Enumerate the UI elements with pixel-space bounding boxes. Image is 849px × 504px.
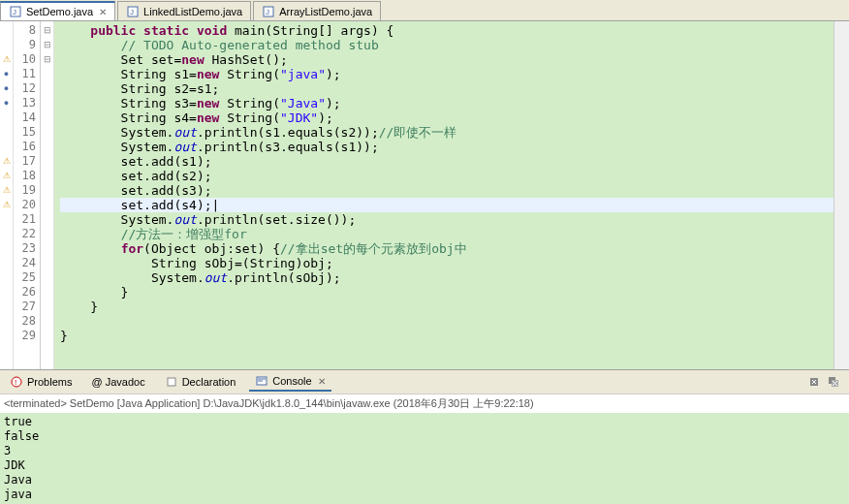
breakpoint-marker[interactable]: ● (0, 96, 13, 110)
console-icon (255, 374, 268, 388)
warning-marker[interactable]: ⚠ (0, 52, 13, 67)
warning-marker[interactable]: ⚠ (0, 198, 13, 212)
code-line[interactable]: Set set=new HashSet(); (60, 52, 833, 67)
code-line[interactable]: System.out.println(s3.equals(s1)); (60, 140, 833, 154)
code-line[interactable] (60, 314, 833, 329)
line-number: 19 (14, 183, 36, 198)
code-line[interactable]: set.add(s1); (60, 154, 833, 169)
declaration-icon (165, 375, 178, 389)
marker-empty (0, 23, 13, 38)
warning-marker[interactable]: ⚠ (0, 169, 13, 183)
line-number: 16 (14, 140, 36, 154)
fold-toggle-icon[interactable]: ⊟ (41, 23, 53, 38)
console-line: Java (4, 473, 845, 488)
warning-marker[interactable]: ⚠ (0, 183, 13, 198)
code-line[interactable]: set.add(s3); (60, 183, 833, 198)
fold-toggle-icon[interactable]: ⊟ (41, 52, 53, 67)
line-number: 13 (14, 96, 36, 110)
line-number: 9 (14, 38, 36, 52)
line-number: 18 (14, 169, 36, 183)
btab-label: Declaration (182, 376, 236, 388)
line-number: 12 (14, 81, 36, 96)
code-line[interactable]: System.out.println(sObj); (60, 270, 833, 285)
code-line[interactable]: String s3=new String("Java"); (60, 96, 833, 110)
svg-rect-8 (168, 378, 175, 386)
code-line[interactable]: //方法一：增强型for (60, 227, 833, 241)
remove-all-icon[interactable] (826, 374, 841, 390)
tab-javadoc[interactable]: @ Javadoc (85, 374, 150, 390)
close-icon[interactable]: ✕ (318, 376, 326, 387)
tab-label: ArrayListDemo.java (279, 6, 372, 17)
line-number: 17 (14, 154, 36, 169)
code-line[interactable]: String s4=new String("JDK"); (60, 110, 833, 125)
console-line: JDK (4, 458, 845, 473)
line-number: 23 (14, 241, 36, 256)
line-number: 27 (14, 299, 36, 314)
line-number: 11 (14, 67, 36, 81)
tab-declaration[interactable]: Declaration (159, 373, 242, 391)
code-line[interactable]: } (60, 285, 833, 299)
line-number: 28 (14, 314, 36, 329)
code-line[interactable]: set.add(s4);| (60, 198, 833, 212)
code-editor: ⚠●●●⚠⚠⚠⚠ 8910111213141516171819202122232… (0, 21, 849, 370)
vertical-scrollbar[interactable] (833, 21, 849, 369)
code-line[interactable]: System.out.println(s1.equals(s2));//即使不一… (60, 125, 833, 140)
svg-text:J: J (266, 8, 269, 16)
marker-empty (0, 125, 13, 140)
code-line[interactable]: String s2=s1; (60, 81, 833, 96)
breakpoint-marker[interactable]: ● (0, 67, 13, 81)
console-toolbar (806, 374, 845, 390)
line-number: 22 (14, 227, 36, 241)
code-line[interactable]: String s1=new String("java"); (60, 67, 833, 81)
marker-empty (0, 38, 13, 52)
marker-empty (0, 256, 13, 270)
marker-empty (0, 285, 13, 299)
tab-label: SetDemo.java (26, 6, 93, 17)
console-line: false (4, 429, 845, 444)
svg-text:!: ! (15, 378, 16, 387)
btab-label: Console (272, 375, 311, 387)
tab-problems[interactable]: ! Problems (4, 373, 78, 391)
remove-launch-icon[interactable] (806, 374, 822, 390)
marker-empty (0, 227, 13, 241)
code-line[interactable]: System.out.println(set.size()); (60, 212, 833, 227)
code-line[interactable]: String sObj=(String)obj; (60, 256, 833, 270)
bottom-panel: ! Problems @ Javadoc Declaration Console… (0, 370, 849, 504)
tab-arraylistdemo[interactable]: J ArrayListDemo.java (253, 1, 381, 20)
code-line[interactable]: set.add(s2); (60, 169, 833, 183)
code-area[interactable]: public static void main(String[] args) {… (54, 21, 833, 369)
btab-label: @ Javadoc (91, 376, 144, 388)
tab-linkedlistdemo[interactable]: J LinkedListDemo.java (117, 1, 251, 20)
tab-setdemo[interactable]: J SetDemo.java ✕ (0, 1, 115, 20)
breakpoint-marker[interactable]: ● (0, 81, 13, 96)
fold-toggle-icon[interactable]: ⊟ (41, 38, 53, 52)
marker-empty (0, 212, 13, 227)
tab-console[interactable]: Console ✕ (249, 372, 330, 392)
warning-marker[interactable]: ⚠ (0, 154, 13, 169)
close-icon[interactable]: ✕ (99, 7, 107, 17)
marker-empty (0, 314, 13, 329)
btab-label: Problems (27, 376, 72, 388)
line-number: 29 (14, 329, 36, 343)
line-number: 14 (14, 110, 36, 125)
line-number: 10 (14, 52, 36, 67)
code-line[interactable]: for(Object obj:set) {//拿出set的每个元素放到obj中 (60, 241, 833, 256)
marker-empty (0, 299, 13, 314)
line-number: 25 (14, 270, 36, 285)
problems-icon: ! (10, 375, 23, 389)
java-file-icon: J (9, 5, 22, 18)
terminated-line: <terminated> SetDemo [Java Application] … (0, 394, 849, 413)
line-number: 20 (14, 198, 36, 212)
code-line[interactable]: public static void main(String[] args) { (60, 23, 833, 38)
code-line[interactable]: } (60, 329, 833, 343)
console-output[interactable]: truefalse3JDKJavajava (0, 413, 849, 504)
tab-label: LinkedListDemo.java (143, 6, 242, 17)
java-file-icon: J (262, 5, 275, 18)
console-line: 3 (4, 444, 845, 458)
code-line[interactable]: } (60, 299, 833, 314)
code-line[interactable]: // TODO Auto-generated method stub (60, 38, 833, 52)
marker-empty (0, 140, 13, 154)
marker-column: ⚠●●●⚠⚠⚠⚠ (0, 21, 14, 369)
line-number: 21 (14, 212, 36, 227)
console-line: true (4, 415, 845, 429)
